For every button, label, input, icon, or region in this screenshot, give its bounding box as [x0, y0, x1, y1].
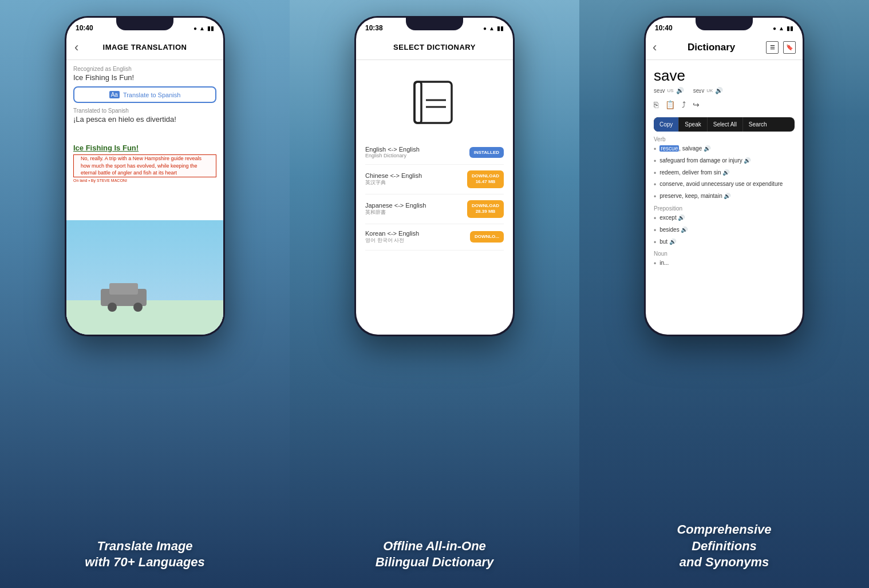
ctx-search-btn[interactable]: Search [743, 117, 773, 132]
def-text-1: rescue, salvage 🔊 [659, 145, 710, 153]
dict-item-korean[interactable]: Korean <-> English 영어 한국어 사전 DOWNLO... [365, 224, 504, 251]
signal-icon-2: ● [483, 25, 487, 31]
translate-button[interactable]: Aa Translate to Spanish [73, 86, 216, 103]
bullet-2: • [654, 157, 656, 166]
word-title: save [654, 67, 795, 85]
translated-label: Translated to Spanish [73, 108, 216, 114]
ipa-us: seɪv [654, 88, 665, 94]
noun-1: • in... [654, 259, 795, 269]
nav-title-2: SELECT DICTIONARY [393, 43, 476, 51]
signal-icon: ● [193, 25, 197, 31]
bullet-1: • [654, 145, 656, 154]
region-uk: UK [706, 88, 713, 93]
status-icons-3: ● ▲ ▮▮ [773, 25, 793, 31]
dict-name-korean: Korean <-> English [365, 230, 419, 237]
dict-item-japanese[interactable]: Japanese <-> English 英和辞書 DOWNLOAD28.39 … [365, 194, 504, 224]
panel-select-dictionary: 10:38 ● ▲ ▮▮ SELECT DICTIONARY [290, 0, 579, 588]
status-time-3: 10:40 [655, 24, 673, 32]
dict-item-chinese[interactable]: Chinese <-> English 英汉字典 DOWNLOAD16.47 M… [365, 165, 504, 194]
dict-badge-korean: DOWNLO... [470, 231, 504, 243]
pos-preposition: Preposition [654, 205, 795, 212]
panel-1-caption: Translate Imagewith 70+ Languages [0, 538, 290, 571]
def-3: • redeem, deliver from sin 🔊 [654, 169, 795, 178]
translated-text: ¡La pesca en hielo es divertida! [73, 115, 216, 124]
pron-us: seɪv US 🔊 [654, 87, 684, 94]
def-5: • preserve, keep, maintain 🔊 [654, 192, 795, 202]
def-text-3: redeem, deliver from sin 🔊 [659, 169, 729, 177]
nav-icon-group: ☰ 🔖 [766, 41, 796, 54]
dict-name-english: English <-> English [365, 146, 420, 153]
nav-title-3: Dictionary [688, 42, 735, 53]
prep-3: • but 🔊 [654, 238, 795, 248]
panel-3-caption: ComprehensiveDefinitionsand Synonyms [579, 522, 869, 571]
pron-uk: seɪv UK 🔊 [693, 87, 724, 94]
svg-rect-3 [109, 283, 138, 295]
battery-icon: ▮▮ [207, 25, 214, 31]
share-icon[interactable]: ⤴ [682, 100, 686, 109]
phone-3: 10:40 ● ▲ ▮▮ ‹ Dictionary ☰ 🔖 save [644, 16, 804, 336]
def-2: • safeguard from damage or injury 🔊 [654, 157, 795, 166]
dict-sub-japanese: 英和辞書 [365, 209, 426, 216]
copy-icon[interactable]: ⎘ [654, 100, 658, 109]
nav-bar-2: SELECT DICTIONARY [356, 35, 513, 60]
ipa-uk: seɪv [693, 88, 705, 94]
svg-point-5 [133, 303, 143, 312]
dict-sub-korean: 영어 한국어 사전 [365, 237, 419, 244]
bullet-3: • [654, 169, 656, 178]
wifi-icon-2: ▲ [489, 25, 495, 31]
dict-badge-english: INSTALLED [469, 147, 504, 158]
nav-title-1: IMAGE TRANSLATION [103, 43, 187, 51]
article-headline: Ice Fishing Is Fun! [66, 144, 223, 152]
caption-text-3: ComprehensiveDefinitionsand Synonyms [591, 522, 858, 571]
bookmark-list-icon[interactable]: ☰ [766, 41, 779, 54]
forward-icon[interactable]: ↪ [693, 100, 700, 109]
speaker-icon-us[interactable]: 🔊 [676, 87, 684, 94]
dict-sub-english: English Dictionary [365, 153, 420, 158]
status-icons-1: ● ▲ ▮▮ [193, 25, 214, 31]
bookmark-icon[interactable]: 🔖 [783, 41, 796, 54]
recognized-label: Recognized as English [73, 66, 216, 72]
back-button-1[interactable]: ‹ [74, 40, 78, 55]
prep-1: • except 🔊 [654, 214, 795, 224]
battery-icon-3: ▮▮ [787, 25, 793, 31]
article-body: No, really. A trip with a New Hampshire … [73, 154, 216, 177]
signal-icon-3: ● [773, 25, 776, 31]
noun-bullet-1: • [654, 259, 656, 269]
notch-1 [116, 18, 173, 30]
ctx-speak-btn[interactable]: Speak [679, 117, 707, 132]
landscape-illustration [66, 220, 223, 335]
prep-text-2: besides 🔊 [659, 226, 688, 234]
article-byline: On land • By STEVE MACONI [66, 177, 223, 184]
book-icon [409, 77, 460, 129]
wifi-icon: ▲ [199, 25, 205, 31]
ctx-copy-btn[interactable]: Copy [654, 117, 679, 132]
dict-badge-chinese: DOWNLOAD16.47 MB [467, 170, 504, 188]
pos-noun: Noun [654, 251, 795, 257]
translation-content: Recognized as English Ice Fishing Is Fun… [66, 60, 223, 134]
wifi-icon-3: ▲ [779, 25, 784, 31]
clipboard-icon[interactable]: 📋 [665, 100, 675, 109]
notch-3 [696, 18, 753, 30]
def-text-2: safeguard from damage or injury 🔊 [659, 157, 750, 165]
svg-rect-6 [414, 82, 452, 123]
panel-2-caption: Offline All-in-OneBilingual Dictionary [290, 538, 579, 571]
back-button-3[interactable]: ‹ [653, 40, 657, 55]
article-image [66, 220, 223, 335]
prep-text-3: but 🔊 [659, 238, 676, 246]
dictionary-entry: save seɪv US 🔊 seɪv UK 🔊 ⎘ 📋 [646, 60, 803, 278]
def-4: • conserve, avoid unnecessary use or exp… [654, 180, 795, 190]
dict-item-english[interactable]: English <-> English English Dictionary I… [365, 140, 504, 165]
recognized-text: Ice Fishing Is Fun! [73, 73, 216, 82]
bullet-5: • [654, 192, 656, 202]
dictionary-list: English <-> English English Dictionary I… [356, 140, 513, 251]
status-time-1: 10:40 [76, 24, 93, 32]
notch-2 [406, 18, 463, 30]
speaker-icon-uk[interactable]: 🔊 [715, 87, 723, 94]
dict-badge-japanese: DOWNLOAD28.39 MB [467, 200, 504, 218]
prep-bullet-3: • [654, 238, 656, 248]
phone-2: 10:38 ● ▲ ▮▮ SELECT DICTIONARY [354, 16, 515, 336]
def-1: • rescue, salvage 🔊 [654, 145, 795, 154]
status-icons-2: ● ▲ ▮▮ [483, 25, 504, 31]
ctx-selectall-btn[interactable]: Select All [708, 117, 743, 132]
status-time-2: 10:38 [365, 24, 383, 32]
